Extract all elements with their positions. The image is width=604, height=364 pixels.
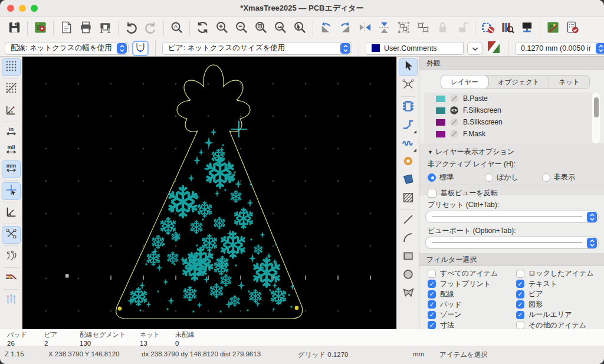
eye-visible-icon[interactable] [449, 106, 459, 115]
layer-color-swatch[interactable] [436, 96, 445, 102]
zoom-selection-button[interactable] [290, 19, 310, 37]
layer-pair-button[interactable] [486, 41, 501, 55]
find-button[interactable]: A [167, 19, 186, 37]
filter-item-図形[interactable]: ✓図形 [516, 300, 600, 310]
library-browser-button[interactable] [498, 19, 517, 37]
draw-rectangle-button[interactable] [399, 248, 418, 266]
draw-arc-button[interactable] [399, 230, 418, 248]
select-button[interactable] [399, 58, 418, 76]
layer-color-swatch[interactable] [436, 131, 445, 137]
filter-item-ビア[interactable]: ✓ビア [516, 290, 600, 299]
checkbox[interactable]: ✓ [428, 290, 436, 299]
eye-hidden-icon[interactable] [449, 94, 459, 103]
filter-item-テキスト[interactable]: ✓テキスト [516, 280, 600, 289]
radio-ぼかし[interactable]: ぼかし [485, 172, 542, 182]
lock-button[interactable] [433, 19, 452, 37]
board-setup-button[interactable] [31, 19, 50, 37]
hide-ratsnest-button[interactable] [478, 19, 498, 37]
filter-item-ゾーン[interactable]: ✓ゾーン [428, 310, 516, 320]
grid-size-select[interactable]: 0.1270 mm (0.0050 in) [515, 42, 604, 55]
zoom-fit-button[interactable] [251, 19, 271, 37]
curved-ratsnest-button[interactable] [2, 248, 21, 265]
checkbox[interactable]: ✓ [516, 280, 524, 288]
tab-ネット[interactable]: ネット [549, 76, 589, 88]
filter-item-配線[interactable]: ✓配線 [428, 290, 516, 299]
net-colors-button[interactable] [2, 291, 21, 309]
update-pcb-button[interactable] [543, 19, 563, 37]
net-inspector-button[interactable] [517, 19, 537, 37]
filter-item-ルールエリア[interactable]: ✓ルールエリア [516, 310, 600, 320]
save-button[interactable] [5, 19, 24, 37]
filter-item-すべてのアイテム[interactable]: すべてのアイテム [428, 269, 516, 278]
preset-select[interactable] [425, 211, 599, 223]
draw-polygon-button[interactable] [399, 285, 418, 303]
layer-row-B.Paste[interactable]: B.Paste [424, 93, 600, 104]
active-layer-select[interactable]: User.Comments [366, 42, 464, 55]
unlock-button[interactable] [452, 19, 472, 37]
units-mil-button[interactable]: mil [2, 142, 21, 160]
undo-button[interactable] [122, 19, 141, 37]
checkbox[interactable]: ✓ [516, 290, 524, 299]
ratsnest-button[interactable] [2, 226, 21, 244]
page-settings-button[interactable] [57, 19, 76, 37]
flip-board-row[interactable]: 基板ビューを反転 [419, 185, 604, 198]
flip-vertical-button[interactable] [375, 19, 394, 37]
zoom-out-button[interactable] [232, 19, 251, 37]
filter-item-パッド[interactable]: ✓パッド [428, 300, 516, 310]
net-highlight-button[interactable] [2, 270, 21, 287]
zoom-objects-button[interactable] [271, 19, 290, 37]
redo-button[interactable] [141, 19, 160, 37]
pcb-canvas[interactable] [22, 57, 396, 329]
layer-color-swatch[interactable] [436, 107, 445, 114]
checkbox[interactable]: ✓ [428, 311, 436, 319]
units-in-button[interactable]: in [2, 124, 21, 142]
tab-オブジェクト[interactable]: オブジェクト [488, 76, 550, 88]
ungroup-button[interactable] [413, 19, 433, 37]
checkbox[interactable] [428, 270, 436, 278]
layer-color-swatch[interactable] [436, 119, 445, 126]
draw-circle-button[interactable] [399, 267, 418, 284]
filter-item-ロックしたアイテム[interactable]: ロックしたアイテム [516, 269, 600, 278]
layer-dropdown-button[interactable] [467, 42, 482, 55]
auto-track-width-button[interactable]: = [132, 41, 149, 56]
radio-button[interactable] [542, 173, 550, 182]
checkbox[interactable]: ✓ [516, 300, 524, 309]
viewport-select[interactable] [425, 237, 599, 249]
track-width-select[interactable]: 配線: ネットクラスの幅を使用 [5, 42, 129, 55]
radio-button[interactable] [485, 173, 493, 182]
via-button[interactable] [399, 153, 418, 171]
rotate-cw-button[interactable] [336, 19, 355, 37]
checkbox[interactable] [516, 321, 524, 329]
radio-標準[interactable]: 標準 [428, 172, 485, 182]
crosshair-button[interactable] [2, 182, 21, 200]
layer-scrollbar[interactable] [592, 93, 600, 143]
grid-special-button[interactable] [2, 80, 21, 98]
layer-display-options-title[interactable]: ▼レイヤー表示オプション [419, 143, 604, 158]
polar-coords-button[interactable]: θr [2, 102, 21, 120]
rule-area-button[interactable] [399, 190, 418, 208]
checkbox[interactable]: ✓ [428, 280, 436, 288]
rotate-ccw-button[interactable] [316, 19, 336, 37]
draw-line-button[interactable] [399, 212, 418, 229]
scrollbar-thumb[interactable] [594, 97, 599, 117]
local-ratsnest-button[interactable] [399, 77, 418, 94]
drc-button[interactable] [563, 19, 582, 37]
radio-非表示[interactable]: 非表示 [542, 172, 599, 182]
zone-button[interactable] [399, 172, 418, 189]
layer-row-F.Mask[interactable]: F.Mask [424, 128, 600, 140]
flip-horizontal-button[interactable] [355, 19, 375, 37]
tab-レイヤー[interactable]: レイヤー [441, 76, 488, 88]
eye-hidden-icon[interactable] [449, 117, 459, 127]
route-tracks-button[interactable] [399, 117, 418, 135]
checkbox[interactable] [516, 270, 524, 278]
checkbox[interactable]: ✓ [428, 300, 436, 309]
group-button[interactable] [394, 19, 413, 37]
layer-row-B.Silkscreen[interactable]: B.Silkscreen [424, 116, 600, 128]
refresh-button[interactable] [193, 19, 212, 37]
checkbox[interactable]: ✓ [516, 311, 524, 319]
filter-item-寸法[interactable]: ✓寸法 [428, 321, 516, 330]
print-button[interactable] [76, 19, 96, 37]
radio-button[interactable] [428, 173, 436, 182]
via-size-select[interactable]: ビア: ネットクラスのサイズを使用 [162, 42, 352, 55]
footprint-button[interactable] [399, 99, 418, 116]
